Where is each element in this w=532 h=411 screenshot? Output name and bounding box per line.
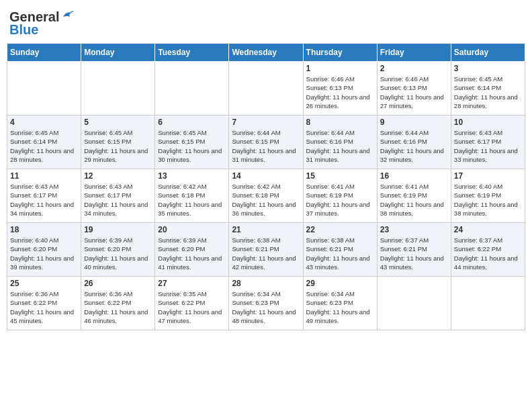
day-number: 4 [10,118,78,127]
day-number: 7 [232,118,300,127]
day-number: 18 [10,225,78,234]
day-number: 26 [84,279,152,288]
calendar-cell: 18Sunrise: 6:40 AM Sunset: 6:20 PM Dayli… [7,223,81,277]
calendar-cell: 5Sunrise: 6:45 AM Sunset: 6:15 PM Daylig… [81,116,155,169]
calendar-cell [229,62,303,116]
day-info: Sunrise: 6:45 AM Sunset: 6:15 PM Dayligh… [158,128,226,164]
calendar-cell: 11Sunrise: 6:43 AM Sunset: 6:17 PM Dayli… [7,169,81,223]
calendar-cell: 24Sunrise: 6:37 AM Sunset: 6:22 PM Dayli… [451,223,525,277]
calendar-cell: 16Sunrise: 6:41 AM Sunset: 6:19 PM Dayli… [377,169,451,223]
calendar-cell: 1Sunrise: 6:46 AM Sunset: 6:13 PM Daylig… [303,62,377,116]
calendar-cell: 15Sunrise: 6:41 AM Sunset: 6:19 PM Dayli… [303,169,377,223]
day-number: 5 [84,118,152,127]
calendar-cell: 28Sunrise: 6:34 AM Sunset: 6:23 PM Dayli… [229,277,303,330]
day-info: Sunrise: 6:41 AM Sunset: 6:19 PM Dayligh… [380,182,448,218]
calendar-cell: 29Sunrise: 6:34 AM Sunset: 6:23 PM Dayli… [303,277,377,330]
day-info: Sunrise: 6:43 AM Sunset: 6:17 PM Dayligh… [454,128,522,164]
day-number: 11 [10,171,78,181]
day-info: Sunrise: 6:36 AM Sunset: 6:22 PM Dayligh… [10,289,78,325]
day-number: 24 [454,225,522,234]
day-number: 22 [306,225,374,234]
weekday-header-friday: Friday [377,44,451,62]
day-info: Sunrise: 6:44 AM Sunset: 6:16 PM Dayligh… [306,128,374,164]
day-number: 14 [232,171,300,181]
day-info: Sunrise: 6:40 AM Sunset: 6:19 PM Dayligh… [454,182,522,218]
calendar-cell: 12Sunrise: 6:43 AM Sunset: 6:17 PM Dayli… [81,169,155,223]
day-info: Sunrise: 6:43 AM Sunset: 6:17 PM Dayligh… [10,182,78,218]
header: General Blue [7,7,525,38]
calendar-cell: 17Sunrise: 6:40 AM Sunset: 6:19 PM Dayli… [451,169,525,223]
day-info: Sunrise: 6:43 AM Sunset: 6:17 PM Dayligh… [84,182,152,218]
day-number: 2 [380,64,448,73]
calendar-cell [81,62,155,116]
day-info: Sunrise: 6:46 AM Sunset: 6:13 PM Dayligh… [306,75,374,110]
day-number: 17 [454,171,522,181]
weekday-header-sunday: Sunday [7,44,81,62]
calendar-cell: 4Sunrise: 6:45 AM Sunset: 6:14 PM Daylig… [7,116,81,169]
day-info: Sunrise: 6:41 AM Sunset: 6:19 PM Dayligh… [306,182,374,218]
logo-bird-icon [60,9,75,24]
day-info: Sunrise: 6:34 AM Sunset: 6:23 PM Dayligh… [232,289,300,325]
day-info: Sunrise: 6:37 AM Sunset: 6:22 PM Dayligh… [454,236,522,271]
day-info: Sunrise: 6:38 AM Sunset: 6:21 PM Dayligh… [306,236,374,271]
calendar-cell: 22Sunrise: 6:38 AM Sunset: 6:21 PM Dayli… [303,223,377,277]
day-info: Sunrise: 6:44 AM Sunset: 6:16 PM Dayligh… [380,128,448,164]
calendar-cell: 21Sunrise: 6:38 AM Sunset: 6:21 PM Dayli… [229,223,303,277]
day-number: 16 [380,171,448,181]
day-number: 20 [158,225,226,234]
day-number: 27 [158,279,226,288]
calendar-cell [7,62,81,116]
calendar-cell: 23Sunrise: 6:37 AM Sunset: 6:21 PM Dayli… [377,223,451,277]
calendar-cell: 25Sunrise: 6:36 AM Sunset: 6:22 PM Dayli… [7,277,81,330]
calendar-table: SundayMondayTuesdayWednesdayThursdayFrid… [7,43,525,330]
day-number: 13 [158,171,226,181]
calendar-cell: 26Sunrise: 6:36 AM Sunset: 6:22 PM Dayli… [81,277,155,330]
day-info: Sunrise: 6:42 AM Sunset: 6:18 PM Dayligh… [232,182,300,218]
day-info: Sunrise: 6:42 AM Sunset: 6:18 PM Dayligh… [158,182,226,218]
weekday-header-saturday: Saturday [451,44,525,62]
day-number: 6 [158,118,226,127]
weekday-header-tuesday: Tuesday [155,44,229,62]
logo: General Blue [9,9,75,38]
day-number: 3 [454,64,522,73]
day-info: Sunrise: 6:34 AM Sunset: 6:23 PM Dayligh… [306,289,374,325]
day-number: 15 [306,171,374,181]
calendar-cell: 13Sunrise: 6:42 AM Sunset: 6:18 PM Dayli… [155,169,229,223]
calendar-cell [377,277,451,330]
day-info: Sunrise: 6:36 AM Sunset: 6:22 PM Dayligh… [84,289,152,325]
day-info: Sunrise: 6:45 AM Sunset: 6:14 PM Dayligh… [454,75,522,110]
calendar-cell: 2Sunrise: 6:46 AM Sunset: 6:13 PM Daylig… [377,62,451,116]
calendar-cell: 9Sunrise: 6:44 AM Sunset: 6:16 PM Daylig… [377,116,451,169]
day-number: 8 [306,118,374,127]
day-info: Sunrise: 6:40 AM Sunset: 6:20 PM Dayligh… [10,236,78,271]
day-info: Sunrise: 6:38 AM Sunset: 6:21 PM Dayligh… [232,236,300,271]
day-number: 25 [10,279,78,288]
weekday-header-thursday: Thursday [303,44,377,62]
logo-blue-text: Blue [9,22,38,38]
calendar-cell: 6Sunrise: 6:45 AM Sunset: 6:15 PM Daylig… [155,116,229,169]
day-info: Sunrise: 6:46 AM Sunset: 6:13 PM Dayligh… [380,75,448,110]
calendar-cell: 3Sunrise: 6:45 AM Sunset: 6:14 PM Daylig… [451,62,525,116]
day-info: Sunrise: 6:39 AM Sunset: 6:20 PM Dayligh… [158,236,226,271]
day-number: 12 [84,171,152,181]
day-number: 10 [454,118,522,127]
day-number: 28 [232,279,300,288]
calendar-cell [451,277,525,330]
weekday-header-monday: Monday [81,44,155,62]
day-info: Sunrise: 6:45 AM Sunset: 6:14 PM Dayligh… [10,128,78,164]
day-info: Sunrise: 6:45 AM Sunset: 6:15 PM Dayligh… [84,128,152,164]
day-number: 21 [232,225,300,234]
day-info: Sunrise: 6:35 AM Sunset: 6:22 PM Dayligh… [158,289,226,325]
day-number: 29 [306,279,374,288]
calendar-cell: 8Sunrise: 6:44 AM Sunset: 6:16 PM Daylig… [303,116,377,169]
calendar-cell: 20Sunrise: 6:39 AM Sunset: 6:20 PM Dayli… [155,223,229,277]
calendar-cell: 10Sunrise: 6:43 AM Sunset: 6:17 PM Dayli… [451,116,525,169]
calendar-cell: 19Sunrise: 6:39 AM Sunset: 6:20 PM Dayli… [81,223,155,277]
day-info: Sunrise: 6:44 AM Sunset: 6:15 PM Dayligh… [232,128,300,164]
calendar-cell: 27Sunrise: 6:35 AM Sunset: 6:22 PM Dayli… [155,277,229,330]
calendar-cell: 7Sunrise: 6:44 AM Sunset: 6:15 PM Daylig… [229,116,303,169]
calendar-cell: 14Sunrise: 6:42 AM Sunset: 6:18 PM Dayli… [229,169,303,223]
day-number: 23 [380,225,448,234]
day-info: Sunrise: 6:39 AM Sunset: 6:20 PM Dayligh… [84,236,152,271]
day-number: 19 [84,225,152,234]
